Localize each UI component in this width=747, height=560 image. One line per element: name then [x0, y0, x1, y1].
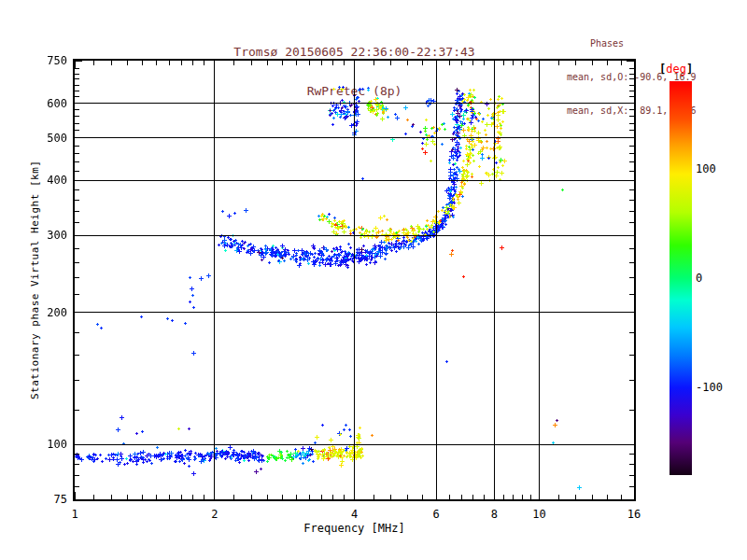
x-tick-mark: [407, 495, 408, 499]
y-tick-mark: [629, 74, 634, 75]
y-tick-mark: [629, 380, 634, 381]
y-tick-label: 400: [22, 175, 67, 187]
y-axis-label: Stationary phase Virtual Height [km]: [28, 59, 42, 501]
x-tick-mark: [513, 61, 514, 65]
y-tick-mark: [629, 78, 634, 79]
y-tick-mark: [75, 103, 82, 104]
x-tick-mark: [592, 61, 593, 65]
x-tick-mark: [344, 61, 345, 65]
x-tick-mark: [354, 492, 355, 499]
x-tick-mark: [181, 495, 182, 499]
y-tick-mark: [75, 61, 82, 62]
x-tick-mark: [142, 495, 143, 499]
y-tick-mark: [75, 189, 79, 190]
y-tick-mark: [75, 410, 79, 411]
x-tick-mark: [449, 495, 450, 499]
y-tick-label: 600: [22, 98, 67, 110]
y-tick-mark: [629, 277, 634, 278]
y-tick-mark: [627, 103, 634, 104]
x-tick-mark: [251, 61, 252, 65]
x-tick-mark: [204, 61, 204, 65]
y-tick-mark: [75, 91, 79, 91]
x-tick-mark: [251, 495, 252, 499]
x-tick-mark: [530, 61, 531, 65]
y-tick-mark: [75, 78, 79, 79]
y-tick-mark: [75, 153, 79, 154]
x-tick-mark: [539, 492, 540, 499]
y-tick-mark: [75, 200, 79, 201]
x-tick-mark: [321, 61, 322, 65]
x-tick-mark: [169, 61, 170, 65]
y-tick-mark: [75, 486, 79, 487]
title-line-station-time: Tromsø 20150605 22:36:00-22:37:43: [73, 46, 636, 59]
colorbar-tick-label: 0: [696, 273, 737, 285]
x-tick-mark: [214, 61, 215, 68]
x-tick-mark: [422, 495, 423, 499]
y-tick-mark: [629, 123, 634, 124]
y-tick-mark: [629, 294, 634, 295]
colorbar-tick-label: 100: [696, 163, 737, 175]
y-tick-mark: [75, 74, 79, 75]
x-tick-mark: [332, 495, 333, 499]
y-tick-label: 200: [22, 307, 67, 319]
x-tick-mark: [621, 61, 622, 65]
gridline-y: [75, 137, 634, 138]
y-tick-mark: [75, 277, 79, 278]
y-tick-mark: [629, 262, 634, 263]
x-tick-mark: [503, 495, 504, 499]
y-tick-mark: [627, 180, 634, 181]
y-tick-mark: [75, 294, 79, 295]
x-tick-mark: [332, 61, 333, 65]
y-tick-mark: [75, 332, 79, 333]
x-tick-mark: [93, 495, 94, 499]
gridline-x: [354, 61, 355, 499]
x-tick-mark: [127, 61, 128, 65]
gridline-y: [75, 180, 634, 181]
x-tick-mark: [142, 61, 143, 65]
x-tick-mark: [374, 495, 374, 499]
x-tick-mark: [436, 61, 437, 68]
colorbar-gradient: [669, 81, 692, 475]
x-tick-mark: [390, 495, 391, 499]
y-tick-mark: [629, 211, 634, 212]
x-tick-mark: [634, 61, 635, 68]
gridline-x: [214, 61, 215, 499]
y-tick-mark: [75, 222, 79, 223]
y-tick-mark: [75, 85, 79, 86]
x-tick-mark: [558, 495, 559, 499]
y-tick-mark: [629, 109, 634, 110]
x-tick-mark: [461, 495, 462, 499]
x-tick-mark: [575, 61, 576, 65]
colorbar-unit-label: [deg]: [659, 63, 704, 76]
plot-frame: [73, 59, 636, 501]
x-tick-mark: [127, 495, 128, 499]
x-tick-mark: [607, 495, 608, 499]
x-tick-mark: [267, 495, 268, 499]
x-tick-mark: [494, 61, 495, 68]
y-tick-mark: [75, 137, 82, 138]
x-tick-mark: [503, 61, 504, 65]
y-tick-mark: [75, 380, 79, 381]
y-tick-mark: [75, 464, 79, 465]
x-tick-mark: [111, 495, 112, 499]
y-tick-mark: [629, 91, 634, 91]
y-tick-mark: [75, 475, 79, 476]
y-tick-mark: [75, 146, 79, 147]
x-tick-mark: [592, 495, 593, 499]
x-tick-mark: [75, 61, 76, 68]
x-tick-mark: [575, 495, 576, 499]
y-tick-mark: [75, 180, 82, 181]
x-tick-mark: [282, 495, 283, 499]
x-tick-mark: [461, 61, 462, 65]
x-tick-mark: [354, 61, 355, 68]
plot-area: [75, 61, 634, 499]
colorbar-bracket-close: ]: [686, 63, 693, 76]
x-tick-mark: [390, 61, 391, 65]
y-tick-mark: [629, 189, 634, 190]
x-tick-mark: [111, 61, 112, 65]
y-tick-mark: [629, 171, 634, 172]
x-tick-mark: [156, 495, 157, 499]
y-tick-mark: [75, 235, 82, 236]
x-tick-mark: [192, 61, 193, 65]
x-tick-mark: [374, 61, 374, 65]
